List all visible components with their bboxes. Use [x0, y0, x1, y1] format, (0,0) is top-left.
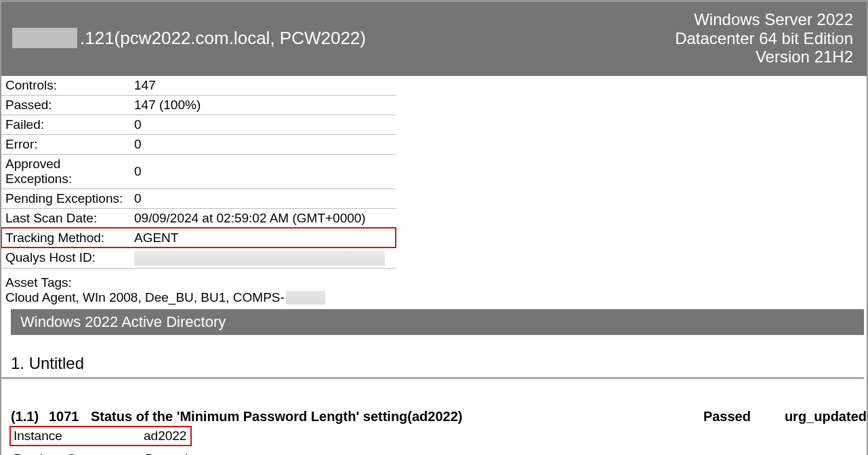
control-status: Passed — [703, 409, 785, 424]
row-pending-exceptions: Pending Exceptions: 0 — [1, 189, 396, 208]
prev-status-value: Passed — [142, 450, 867, 455]
os-line3: Version 21H2 — [675, 47, 853, 66]
last-scan-value: 09/09/2024 at 02:59:02 AM (GMT+0000) — [130, 208, 396, 228]
instance-highlight-box: Instance ad2022 — [9, 426, 192, 446]
asset-tags-text: Cloud Agent, WIn 2008, Dee_BU, BU1, COMP… — [5, 290, 285, 305]
redacted-tag-suffix — [286, 291, 325, 304]
error-label: Error: — [1, 134, 130, 154]
host-title: .121 (pcw2022.com.local, PCW2022) — [12, 28, 366, 49]
row-failed: Failed: 0 — [1, 115, 396, 134]
summary-table: Controls: 147 Passed: 147 (100%) Failed:… — [1, 76, 396, 269]
row-last-scan: Last Scan Date: 09/09/2024 at 02:59:02 A… — [1, 208, 396, 228]
asset-tags-label: Asset Tags: — [5, 275, 863, 290]
approved-ex-value: 0 — [130, 154, 396, 189]
asset-tags-block: Asset Tags: Cloud Agent, WIn 2008, Dee_B… — [1, 269, 867, 309]
approved-ex-label: Approved Exceptions: — [1, 154, 130, 189]
control-title-row: (1.1) 1071 Status of the 'Minimum Passwo… — [11, 409, 867, 426]
row-controls: Controls: 147 — [1, 76, 396, 96]
row-previous-status: Previous Status Passed — [11, 450, 867, 455]
os-info-block: Windows Server 2022 Datacenter 64 bit Ed… — [675, 10, 853, 66]
os-line1: Windows Server 2022 — [675, 10, 853, 29]
row-passed: Passed: 147 (100%) — [1, 95, 396, 115]
host-paren: (pcw2022.com.local, PCW2022) — [115, 28, 366, 49]
control-detail-table: Previous Status Passed Evaluation Date 0… — [11, 450, 867, 455]
os-line2: Datacenter 64 bit Edition — [675, 29, 853, 48]
row-approved-exceptions: Approved Exceptions: 0 — [1, 154, 396, 189]
ip-suffix: .121 — [80, 28, 115, 49]
pending-ex-value: 0 — [130, 189, 396, 208]
row-instance: Instance ad2022 — [11, 427, 190, 445]
controls-value: 147 — [130, 76, 396, 96]
control-block: (1.1) 1071 Status of the 'Minimum Passwo… — [1, 379, 867, 455]
control-number: (1.1) — [11, 409, 49, 424]
host-header: .121 (pcw2022.com.local, PCW2022) Window… — [1, 2, 867, 76]
section-bar: Windows 2022 Active Directory — [11, 309, 864, 335]
passed-label: Passed: — [1, 95, 130, 115]
tracking-label: Tracking Method: — [1, 228, 130, 248]
row-qualys-host-id: Qualys Host ID: — [1, 248, 396, 268]
pending-ex-label: Pending Exceptions: — [1, 189, 130, 208]
asset-tags-line: Cloud Agent, WIn 2008, Dee_BU, BU1, COMP… — [5, 290, 863, 305]
passed-value: 147 (100%) — [130, 95, 396, 115]
failed-label: Failed: — [1, 115, 130, 134]
control-urg: urg_updated — [785, 409, 867, 424]
failed-value: 0 — [130, 115, 396, 134]
row-error: Error: 0 — [1, 134, 396, 154]
control-id: 1071 — [49, 409, 91, 424]
instance-label: Instance — [11, 427, 141, 445]
section-subtitle: 1. Untitled — [1, 335, 864, 379]
redacted-ip-block — [12, 28, 77, 48]
control-title-text: Status of the 'Minimum Password Length' … — [91, 409, 462, 424]
tracking-value: AGENT — [130, 228, 396, 248]
controls-label: Controls: — [1, 76, 130, 96]
hostid-value — [130, 248, 396, 268]
prev-status-label: Previous Status — [11, 450, 142, 455]
instance-value: ad2022 — [141, 427, 190, 445]
hostid-label: Qualys Host ID: — [1, 248, 130, 268]
error-value: 0 — [130, 134, 396, 154]
last-scan-label: Last Scan Date: — [1, 208, 130, 228]
redacted-hostid — [134, 251, 385, 266]
row-tracking-method: Tracking Method: AGENT — [1, 228, 396, 248]
